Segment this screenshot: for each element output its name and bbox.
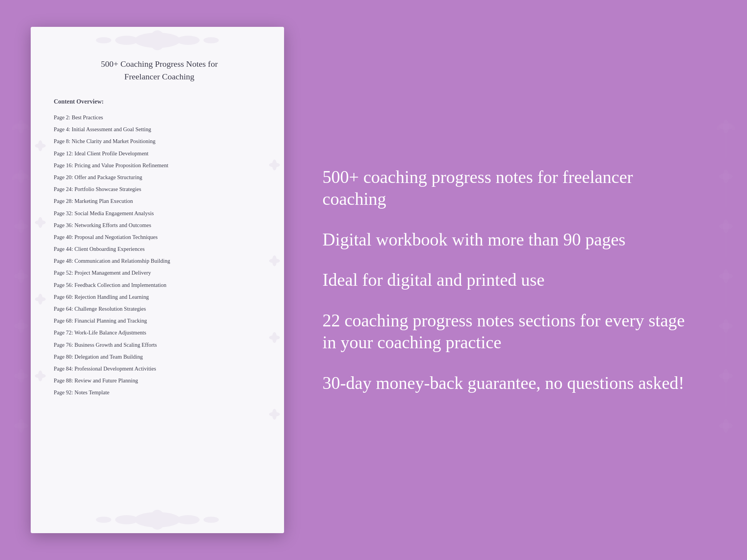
svg-point-62 [154,37,160,43]
toc-item: Page 84: Professional Development Activi… [54,363,265,374]
doc-top-decoration [31,27,284,54]
toc-item: Page 44: Client Onboarding Experiences [54,244,265,255]
toc-page-number: Page 12: [54,150,73,156]
toc-page-number: Page 28: [54,198,73,204]
toc-page-number: Page 80: [54,354,73,360]
svg-point-76 [39,144,42,147]
toc-page-number: Page 40: [54,234,73,240]
table-of-contents: Page 2: Best PracticesPage 4: Initial As… [54,112,265,399]
toc-page-title: Delegation and Team Building [74,354,143,360]
toc-item: Page 36: Networking Efforts and Outcomes [54,220,265,231]
svg-point-88 [273,163,276,166]
toc-page-number: Page 32: [54,210,73,216]
toc-item: Page 40: Proposal and Negotiation Techni… [54,232,265,243]
toc-page-title: Notes Template [74,389,109,395]
svg-point-69 [154,517,160,523]
svg-point-73 [203,517,219,523]
toc-page-title: Client Onboarding Experiences [74,246,145,252]
svg-point-66 [203,37,219,43]
toc-page-title: Social Media Engagement Analysis [74,210,154,216]
doc-bottom-decoration [31,506,284,533]
toc-page-number: Page 64: [54,306,73,312]
toc-item: Page 68: Financial Planning and Tracking [54,315,265,326]
toc-page-title: Niche Clarity and Market Positioning [72,138,155,144]
toc-item: Page 16: Pricing and Value Proposition R… [54,160,265,171]
toc-item: Page 92: Notes Template [54,387,265,398]
feature-text-4: 22 coaching progress notes sections for … [322,310,693,354]
toc-item: Page 12: Ideal Client Profile Developmen… [54,148,265,159]
svg-point-70 [115,515,138,524]
toc-page-title: Feedback Collection and Implementation [74,282,167,288]
toc-page-title: Rejection Handling and Learning [74,294,149,300]
toc-item: Page 48: Communication and Relationship … [54,255,265,267]
toc-page-number: Page 44: [54,246,73,252]
toc-page-number: Page 72: [54,329,73,336]
toc-page-number: Page 60: [54,294,73,300]
svg-point-64 [177,36,200,45]
toc-item: Page 64: Challenge Resolution Strategies [54,303,265,315]
toc-page-number: Page 2: [54,114,70,120]
toc-page-number: Page 56: [54,282,73,288]
toc-page-title: Initial Assessment and Goal Setting [72,126,151,132]
toc-page-number: Page 16: [54,162,73,168]
toc-item: Page 2: Best Practices [54,112,265,123]
toc-page-title: Portfolio Showcase Strategies [74,186,141,192]
toc-page-title: Business Growth and Scaling Efforts [74,342,157,348]
toc-page-title: Proposal and Negotiation Techniques [74,234,158,240]
toc-item: Page 32: Social Media Engagement Analysi… [54,208,265,219]
toc-item: Page 72: Work-Life Balance Adjustments [54,327,265,338]
toc-item: Page 4: Initial Assessment and Goal Sett… [54,124,265,135]
toc-page-title: Pricing and Value Proposition Refinement [74,162,169,168]
toc-item: Page 20: Offer and Package Structuring [54,172,265,183]
document-card: 500+ Coaching Progress Notes for Freelan… [31,27,284,533]
toc-page-title: Financial Planning and Tracking [74,318,147,324]
toc-page-number: Page 92: [54,389,73,395]
toc-page-number: Page 8: [54,138,70,144]
content-overview-label: Content Overview: [54,98,265,105]
feature-text-1: 500+ coaching progress notes for freelan… [322,166,693,210]
right-content: 500+ coaching progress notes for freelan… [315,166,716,394]
toc-page-number: Page 52: [54,270,73,276]
toc-page-number: Page 68: [54,318,73,324]
svg-point-94 [273,336,276,339]
main-layout: 500+ Coaching Progress Notes for Freelan… [0,0,747,560]
toc-item: Page 52: Project Management and Delivery [54,267,265,278]
feature-text-3: Ideal for digital and printed use [322,269,693,291]
toc-item: Page 80: Delegation and Team Building [54,351,265,362]
feature-text-5: 30-day money-back guarantee, no question… [322,372,693,394]
svg-point-97 [273,413,276,416]
toc-page-title: Best Practices [72,114,103,120]
svg-point-72 [96,517,111,523]
toc-page-number: Page 84: [54,366,73,372]
toc-page-number: Page 76: [54,342,73,348]
toc-item: Page 28: Marketing Plan Execution [54,196,265,207]
doc-side-right-decoration [265,27,284,533]
toc-item: Page 8: Niche Clarity and Market Positio… [54,136,265,147]
toc-item: Page 56: Feedback Collection and Impleme… [54,280,265,291]
toc-page-number: Page 48: [54,258,73,264]
toc-page-title: Work-Life Balance Adjustments [74,329,146,336]
toc-page-title: Communication and Relationship Building [74,258,170,264]
toc-page-title: Marketing Plan Execution [74,198,133,204]
svg-point-63 [115,36,138,45]
toc-page-title: Ideal Client Profile Development [74,150,149,156]
toc-page-number: Page 24: [54,186,73,192]
toc-page-number: Page 36: [54,222,73,228]
svg-point-82 [39,298,42,301]
toc-page-number: Page 88: [54,377,73,384]
feature-text-2: Digital workbook with more than 90 pages [322,229,693,251]
toc-item: Page 76: Business Growth and Scaling Eff… [54,339,265,351]
svg-point-91 [273,259,276,262]
svg-point-71 [177,515,200,524]
svg-point-65 [96,37,111,43]
toc-page-title: Project Management and Delivery [74,270,151,276]
toc-page-title: Offer and Package Structuring [74,174,142,180]
toc-page-title: Networking Efforts and Outcomes [74,222,151,228]
toc-item: Page 60: Rejection Handling and Learning [54,292,265,303]
toc-item: Page 88: Review and Future Planning [54,375,265,386]
toc-page-title: Challenge Resolution Strategies [74,306,146,312]
toc-page-number: Page 4: [54,126,70,132]
toc-page-title: Professional Development Activities [74,366,156,372]
toc-page-number: Page 20: [54,174,73,180]
svg-point-85 [39,374,42,377]
